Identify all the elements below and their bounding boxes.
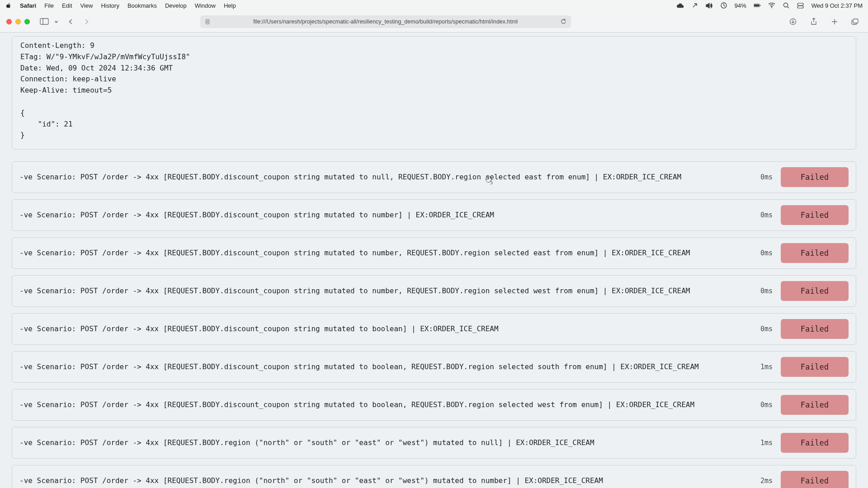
apple-logo-icon[interactable] xyxy=(5,2,12,9)
screen-mirror-icon[interactable] xyxy=(720,2,727,9)
scenario-row[interactable]: -ve Scenario: POST /order -> 4xx [REQUES… xyxy=(12,199,856,231)
response-header-line: Keep-Alive: timeout=5 xyxy=(20,86,112,94)
scenario-duration: 0ms xyxy=(753,249,773,257)
response-header-line: Connection: keep-alive xyxy=(20,75,116,83)
scenario-description: -ve Scenario: POST /order -> 4xx [REQUES… xyxy=(19,171,745,183)
site-settings-icon[interactable] xyxy=(205,19,210,24)
safari-toolbar: file:///Users/naresh/projects/specmatic-… xyxy=(0,11,868,33)
svg-rect-7 xyxy=(797,6,803,8)
downloads-button[interactable] xyxy=(787,16,799,27)
status-badge: Failed xyxy=(781,281,849,301)
url-text: file:///Users/naresh/projects/specmatic-… xyxy=(253,19,518,25)
scenario-description: -ve Scenario: POST /order -> 4xx [REQUES… xyxy=(19,285,745,297)
scenario-description: -ve Scenario: POST /order -> 4xx [REQUES… xyxy=(19,247,745,259)
scenario-row[interactable]: -ve Scenario: POST /order -> 4xx [REQUES… xyxy=(12,275,856,307)
menu-window[interactable]: Window xyxy=(195,2,216,9)
sidebar-dropdown-button[interactable] xyxy=(52,16,60,27)
scenario-duration: 0ms xyxy=(753,325,773,333)
scenario-duration: 1ms xyxy=(753,363,773,371)
new-tab-button[interactable] xyxy=(828,16,841,27)
status-badge: Failed xyxy=(781,167,849,187)
cursor-icon xyxy=(486,176,492,183)
svg-rect-6 xyxy=(797,3,803,5)
status-badge: Failed xyxy=(781,319,849,339)
scenario-row[interactable]: -ve Scenario: POST /order -> 4xx [REQUES… xyxy=(12,465,856,488)
scenario-duration: 0ms xyxy=(753,173,773,181)
scenario-row[interactable]: -ve Scenario: POST /order -> 4xx [REQUES… xyxy=(12,237,856,269)
forward-button[interactable] xyxy=(80,16,92,27)
tab-overview-button[interactable] xyxy=(849,16,862,27)
scenario-row[interactable]: -ve Scenario: POST /order -> 4xx [REQUES… xyxy=(12,427,856,459)
cloud-icon[interactable] xyxy=(677,2,684,9)
svg-point-4 xyxy=(771,7,772,8)
scenario-row[interactable]: -ve Scenario: POST /order -> 4xx [REQUES… xyxy=(12,389,856,421)
scenario-duration: 0ms xyxy=(753,401,773,409)
status-badge: Failed xyxy=(781,395,849,415)
svg-rect-2 xyxy=(754,5,759,7)
status-badge: Failed xyxy=(781,357,849,377)
scenario-description: -ve Scenario: POST /order -> 4xx [REQUES… xyxy=(19,437,745,449)
menu-view[interactable]: View xyxy=(80,2,93,9)
response-header-line: Date: Wed, 09 Oct 2024 12:34:36 GMT xyxy=(20,64,173,72)
search-icon[interactable] xyxy=(783,2,790,9)
status-badge: Failed xyxy=(781,471,849,488)
response-block: Content-Length: 9 ETag: W/"9-YMkvF/wJa2P… xyxy=(12,36,856,150)
svg-rect-3 xyxy=(760,5,760,6)
address-bar[interactable]: file:///Users/naresh/projects/specmatic-… xyxy=(200,15,571,28)
clock[interactable]: Wed 9 Oct 2:37 PM xyxy=(811,2,863,9)
menu-file[interactable]: File xyxy=(44,2,54,9)
scenario-description: -ve Scenario: POST /order -> 4xx [REQUES… xyxy=(19,399,745,411)
share-button[interactable] xyxy=(807,16,820,27)
control-center-icon[interactable] xyxy=(797,2,804,9)
sidebar-toggle-button[interactable] xyxy=(38,16,51,27)
maximize-window-button[interactable] xyxy=(24,19,30,24)
response-body: { "id": 21 } xyxy=(20,108,73,140)
toggle-icon[interactable] xyxy=(691,2,698,9)
back-button[interactable] xyxy=(65,16,78,27)
wifi-icon[interactable] xyxy=(768,2,775,9)
status-badge: Failed xyxy=(781,243,849,263)
scenario-duration: 0ms xyxy=(753,211,773,219)
minimize-window-button[interactable] xyxy=(15,19,21,24)
battery-icon[interactable] xyxy=(754,2,761,9)
svg-point-5 xyxy=(783,3,788,7)
volume-icon[interactable] xyxy=(706,2,713,9)
scenario-duration: 2ms xyxy=(753,477,773,485)
close-window-button[interactable] xyxy=(6,19,12,24)
menu-bookmarks[interactable]: Bookmarks xyxy=(127,2,157,9)
menu-history[interactable]: History xyxy=(101,2,119,9)
status-badge: Failed xyxy=(781,205,849,225)
svg-rect-16 xyxy=(853,19,858,23)
response-header-line: Content-Length: 9 xyxy=(20,41,94,50)
scenario-row[interactable]: -ve Scenario: POST /order -> 4xx [REQUES… xyxy=(12,351,856,383)
scenario-description: -ve Scenario: POST /order -> 4xx [REQUES… xyxy=(19,209,745,221)
app-name[interactable]: Safari xyxy=(20,2,36,9)
response-header-line: ETag: W/"9-YMkvF/wJa2P/mVmfWcyTuUjssI8" xyxy=(20,52,190,61)
window-controls xyxy=(6,19,30,24)
menu-edit[interactable]: Edit xyxy=(62,2,72,9)
scenario-description: -ve Scenario: POST /order -> 4xx [REQUES… xyxy=(19,323,745,335)
scenario-duration: 1ms xyxy=(753,439,773,447)
scenario-duration: 0ms xyxy=(753,287,773,295)
menu-help[interactable]: Help xyxy=(224,2,236,9)
page-content: Content-Length: 9 ETag: W/"9-YMkvF/wJa2P… xyxy=(0,33,868,488)
reload-button[interactable] xyxy=(561,19,566,24)
scenario-description: -ve Scenario: POST /order -> 4xx [REQUES… xyxy=(19,475,745,487)
scenario-row[interactable]: -ve Scenario: POST /order -> 4xx [REQUES… xyxy=(12,313,856,345)
status-badge: Failed xyxy=(781,433,849,453)
macos-menubar: Safari File Edit View History Bookmarks … xyxy=(0,0,868,11)
svg-rect-8 xyxy=(40,19,48,24)
scenario-row[interactable]: -ve Scenario: POST /order -> 4xx [REQUES… xyxy=(12,161,856,193)
menu-develop[interactable]: Develop xyxy=(165,2,187,9)
battery-percent: 94% xyxy=(735,2,746,9)
scenario-description: -ve Scenario: POST /order -> 4xx [REQUES… xyxy=(19,361,745,373)
